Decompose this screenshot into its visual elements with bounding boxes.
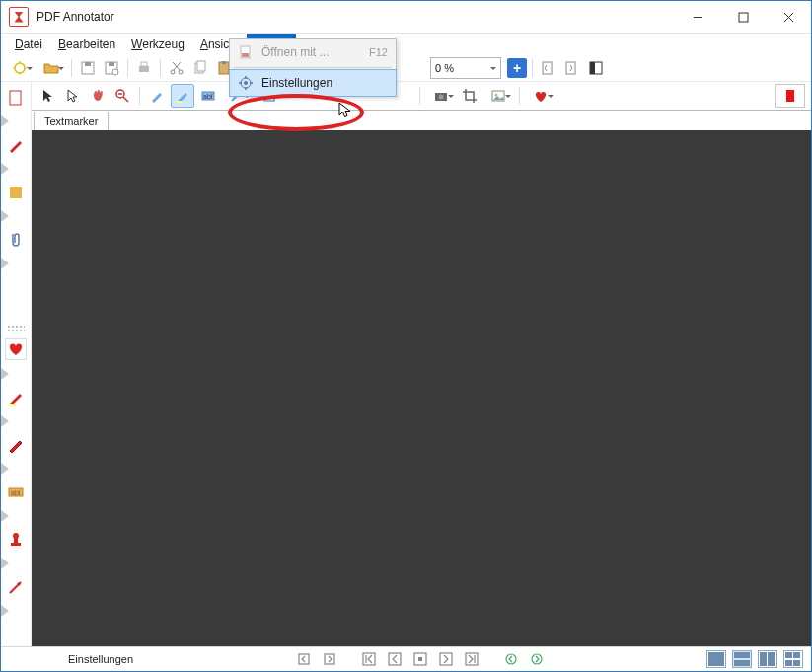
save-button[interactable]: [77, 57, 99, 79]
nav-doc-next[interactable]: [320, 650, 339, 668]
cut-button[interactable]: [166, 57, 187, 79]
page-prev-button[interactable]: [538, 57, 559, 79]
page-next-button[interactable]: [561, 57, 583, 79]
copy-button[interactable]: [189, 57, 211, 79]
highlighter-icon[interactable]: [6, 388, 26, 408]
crop-tool[interactable]: [459, 85, 480, 107]
select-tool[interactable]: [62, 85, 84, 107]
menubar: Datei Bearbeiten Werkzeug Ansicht Extras…: [1, 34, 811, 55]
maximize-button[interactable]: [720, 1, 766, 33]
tab-row: Textmarker: [32, 111, 811, 130]
svg-rect-21: [197, 61, 205, 71]
svg-rect-58: [440, 653, 452, 665]
nav-doc-prev[interactable]: [294, 650, 314, 668]
expand-tri-2[interactable]: [1, 163, 9, 175]
menu-tool[interactable]: Werkzeug: [123, 34, 192, 55]
expand-tri-8[interactable]: [1, 510, 9, 522]
arrow-icon[interactable]: [6, 577, 26, 597]
camera-tool[interactable]: [426, 85, 456, 107]
svg-line-40: [123, 97, 128, 102]
pencil-icon[interactable]: [6, 435, 26, 455]
window-title: PDF Annotator: [37, 10, 114, 24]
close-button[interactable]: [766, 1, 811, 33]
nav-stop[interactable]: [410, 650, 430, 668]
expand-tri-4[interactable]: [1, 258, 9, 269]
nav-prev[interactable]: [385, 650, 405, 668]
new-button[interactable]: [5, 57, 35, 79]
menu-file[interactable]: Datei: [7, 34, 50, 55]
expand-tri-10[interactable]: [1, 605, 9, 617]
svg-rect-57: [418, 657, 422, 661]
zoom-plus-button[interactable]: +: [507, 58, 527, 78]
zoom-combo[interactable]: 0 %: [430, 57, 501, 79]
pen-red-icon[interactable]: [6, 135, 26, 155]
pan-tool[interactable]: [87, 85, 109, 107]
dropdown-settings[interactable]: Einstellungen: [229, 69, 397, 97]
page-icon[interactable]: [6, 88, 26, 108]
svg-point-37: [13, 533, 19, 539]
cursor-tool[interactable]: [37, 85, 59, 107]
app-icon: [9, 7, 29, 27]
print-button[interactable]: [133, 57, 155, 79]
gear-icon: [238, 75, 254, 91]
extras-dropdown: Öffnen mit ... F12 Einstellungen: [229, 38, 397, 97]
layout-two-page[interactable]: [758, 650, 777, 668]
svg-rect-51: [299, 654, 309, 664]
dropdown-settings-label: Einstellungen: [261, 76, 332, 90]
nav-back[interactable]: [501, 650, 521, 668]
main-area: abI Textmarker: [31, 82, 811, 646]
nav-last[interactable]: [462, 650, 481, 668]
svg-rect-59: [466, 653, 478, 665]
toolbar-tools: abI: [32, 82, 811, 111]
save-as-button[interactable]: [101, 57, 122, 79]
stamp-icon[interactable]: [6, 530, 26, 550]
tab-textmarker[interactable]: Textmarker: [34, 112, 109, 130]
layout-continuous[interactable]: [732, 650, 752, 668]
text-tool[interactable]: abI: [197, 85, 219, 107]
zoom-out-tool[interactable]: [111, 85, 133, 107]
favorites-heart-tool[interactable]: [526, 85, 555, 107]
dropdown-open-with-shortcut: F12: [369, 46, 388, 58]
note-icon[interactable]: [6, 183, 26, 202]
menu-edit[interactable]: Bearbeiten: [50, 34, 123, 55]
nav-forward[interactable]: [527, 650, 547, 668]
image-tool[interactable]: [483, 85, 513, 107]
expand-tri-6[interactable]: [1, 415, 9, 427]
clip-icon[interactable]: [6, 230, 26, 250]
layout-two-continuous[interactable]: [783, 650, 803, 668]
marker-tool[interactable]: [171, 84, 194, 108]
layout-single[interactable]: [706, 650, 726, 668]
pdf-doc-icon: [238, 44, 254, 60]
current-color-box[interactable]: [775, 84, 805, 108]
svg-rect-31: [10, 187, 22, 198]
expand-tri-5[interactable]: [1, 368, 9, 380]
statusbar: Einstellungen: [1, 646, 811, 671]
titlebar: PDF Annotator: [1, 1, 811, 34]
svg-rect-55: [389, 653, 401, 665]
svg-rect-35: [11, 543, 21, 546]
textbox-icon[interactable]: abI: [6, 483, 26, 502]
left-toolbox: abI: [1, 82, 31, 646]
svg-point-61: [506, 654, 516, 664]
svg-line-18: [174, 62, 181, 70]
nav-next[interactable]: [436, 650, 456, 668]
expand-tri-7[interactable]: [1, 463, 9, 475]
sidebar-toggle-button[interactable]: [585, 57, 607, 79]
expand-tri-1[interactable]: [1, 115, 9, 127]
svg-text:abI: abI: [203, 93, 213, 100]
open-button[interactable]: [37, 57, 66, 79]
svg-point-62: [532, 654, 542, 664]
minimize-button[interactable]: [675, 1, 720, 33]
document-canvas[interactable]: [32, 130, 811, 646]
dropdown-open-with-label: Öffnen mit ...: [261, 45, 329, 59]
expand-tri-9[interactable]: [1, 558, 9, 569]
nav-first[interactable]: [359, 650, 379, 668]
dropdown-open-with[interactable]: Öffnen mit ... F12: [230, 39, 396, 65]
favorite-heart-icon[interactable]: [5, 338, 27, 360]
svg-point-48: [439, 95, 444, 100]
pen-tool[interactable]: [146, 85, 168, 107]
svg-rect-29: [590, 62, 595, 74]
svg-rect-23: [222, 61, 226, 64]
expand-tri-3[interactable]: [1, 210, 9, 222]
svg-text:abI: abI: [11, 489, 21, 496]
